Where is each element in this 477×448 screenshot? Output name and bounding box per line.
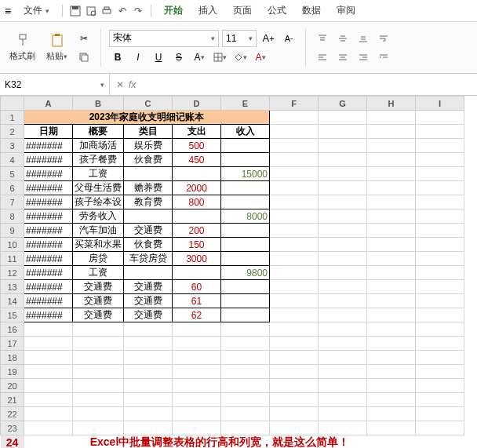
date-cell[interactable]: ####### <box>24 181 73 195</box>
expense-cell[interactable]: 2000 <box>173 181 221 195</box>
date-cell[interactable]: ####### <box>24 252 73 266</box>
empty-cell[interactable] <box>24 393 73 407</box>
row-header[interactable]: 15 <box>1 308 24 322</box>
paste-button[interactable]: 粘贴▾ <box>43 31 71 64</box>
row-header[interactable]: 18 <box>1 351 24 365</box>
empty-cell[interactable] <box>173 421 221 435</box>
tab-page[interactable]: 页面 <box>227 1 258 20</box>
empty-cell[interactable] <box>270 365 319 379</box>
empty-cell[interactable] <box>270 322 319 337</box>
align-top-button[interactable] <box>314 30 331 47</box>
empty-cell[interactable] <box>367 337 416 351</box>
income-cell[interactable]: 8000 <box>221 209 270 224</box>
save-icon[interactable] <box>69 5 82 17</box>
file-menu[interactable]: 文件 ▾ <box>17 1 55 20</box>
income-cell[interactable] <box>221 308 270 322</box>
summary-cell[interactable]: 交通费 <box>73 280 124 294</box>
empty-cell[interactable] <box>270 379 319 393</box>
expense-cell[interactable]: 3000 <box>173 252 221 266</box>
font-name-select[interactable]: 宋体▾ <box>109 30 219 47</box>
category-cell[interactable]: 交通费 <box>124 294 173 308</box>
empty-cell[interactable] <box>319 322 367 337</box>
income-cell[interactable] <box>221 139 270 153</box>
row-header[interactable]: 17 <box>1 337 24 351</box>
date-cell[interactable]: ####### <box>24 280 73 294</box>
date-cell[interactable]: ####### <box>24 167 73 181</box>
category-cell[interactable]: 车贷房贷 <box>124 252 173 266</box>
empty-cell[interactable] <box>319 393 367 407</box>
category-cell[interactable]: 伙食费 <box>124 238 173 252</box>
tab-formula[interactable]: 公式 <box>261 1 293 20</box>
income-cell[interactable] <box>221 294 270 308</box>
empty-cell[interactable] <box>73 351 124 365</box>
empty-cell[interactable] <box>367 393 416 407</box>
summary-cell[interactable]: 交通费 <box>73 294 124 308</box>
empty-cell[interactable] <box>270 407 319 421</box>
row-header[interactable]: 16 <box>1 322 24 337</box>
date-cell[interactable]: ####### <box>24 238 73 252</box>
date-cell[interactable]: ####### <box>24 224 73 238</box>
date-cell[interactable]: ####### <box>24 153 73 167</box>
expense-cell[interactable] <box>173 209 221 224</box>
empty-cell[interactable] <box>416 337 464 351</box>
income-cell[interactable]: 15000 <box>221 167 270 181</box>
row-header[interactable]: 20 <box>1 379 24 393</box>
empty-cell[interactable] <box>416 407 464 421</box>
empty-cell[interactable] <box>73 365 124 379</box>
empty-cell[interactable] <box>319 337 367 351</box>
summary-cell[interactable]: 汽车加油 <box>73 224 124 238</box>
row-header[interactable]: 2 <box>1 125 24 139</box>
income-cell[interactable] <box>221 252 270 266</box>
empty-cell[interactable] <box>24 365 73 379</box>
italic-button[interactable]: I <box>129 49 147 66</box>
column-header[interactable]: D <box>173 97 221 111</box>
increase-font-button[interactable]: A+ <box>260 30 277 47</box>
category-cell[interactable]: 教育费 <box>124 195 173 209</box>
row-header[interactable]: 7 <box>1 195 24 209</box>
empty-cell[interactable] <box>319 421 367 435</box>
empty-cell[interactable] <box>73 322 124 337</box>
empty-cell[interactable] <box>319 351 367 365</box>
empty-cell[interactable] <box>270 421 319 435</box>
expense-cell[interactable]: 200 <box>173 224 221 238</box>
row-header[interactable]: 11 <box>1 252 24 266</box>
row-header[interactable]: 13 <box>1 280 24 294</box>
date-cell[interactable]: ####### <box>24 139 73 153</box>
indent-button[interactable] <box>375 49 392 66</box>
summary-cell[interactable]: 孩子餐费 <box>73 153 124 167</box>
income-cell[interactable] <box>221 153 270 167</box>
empty-cell[interactable] <box>173 393 221 407</box>
column-header[interactable]: B <box>73 97 124 111</box>
border-button[interactable]: ▾ <box>211 49 228 66</box>
format-painter-button[interactable]: 格式刷 <box>6 31 38 64</box>
empty-cell[interactable] <box>173 337 221 351</box>
print-icon[interactable] <box>100 5 113 17</box>
empty-cell[interactable] <box>416 351 464 365</box>
spreadsheet-grid[interactable]: ABCDEFGHI12023年家庭收支明细记账本2日期概要类目支出收入3####… <box>0 96 477 448</box>
row-header[interactable]: 19 <box>1 365 24 379</box>
empty-cell[interactable] <box>367 379 416 393</box>
row-header[interactable]: 6 <box>1 181 24 195</box>
column-header[interactable]: H <box>367 97 416 111</box>
expense-cell[interactable]: 500 <box>173 139 221 153</box>
column-header[interactable]: C <box>124 97 173 111</box>
empty-cell[interactable] <box>124 351 173 365</box>
redo-icon[interactable]: ↷ <box>132 5 144 17</box>
expense-cell[interactable]: 800 <box>173 195 221 209</box>
date-cell[interactable]: ####### <box>24 294 73 308</box>
empty-cell[interactable] <box>221 407 270 421</box>
table-header-cell[interactable]: 收入 <box>221 125 270 139</box>
summary-cell[interactable]: 孩子绘本设 <box>73 195 124 209</box>
column-header[interactable]: E <box>221 97 270 111</box>
empty-cell[interactable] <box>319 407 367 421</box>
row-header[interactable]: 24 <box>1 435 24 449</box>
table-header-cell[interactable]: 类目 <box>124 125 173 139</box>
category-cell[interactable] <box>124 209 173 224</box>
summary-cell[interactable]: 工资 <box>73 266 124 280</box>
column-header[interactable]: A <box>24 97 73 111</box>
empty-cell[interactable] <box>221 322 270 337</box>
copy-button[interactable] <box>75 49 93 66</box>
row-header[interactable]: 5 <box>1 167 24 181</box>
font-color-button[interactable]: A▾ <box>191 49 208 66</box>
row-header[interactable]: 23 <box>1 421 24 435</box>
